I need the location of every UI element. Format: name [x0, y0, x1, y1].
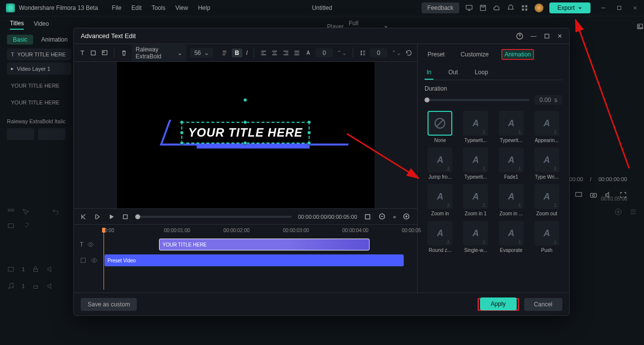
duration-value[interactable]: 0.00 s [535, 95, 562, 105]
font-select[interactable]: Raleway ExtraBold⌄ [132, 45, 186, 61]
cancel-button[interactable]: Cancel [524, 298, 562, 311]
shape-tool-icon[interactable] [90, 49, 97, 57]
maximize-icon[interactable] [616, 5, 622, 11]
mute-icon[interactable] [47, 282, 54, 290]
monitor-icon[interactable] [465, 4, 473, 12]
resize-handle[interactable] [307, 131, 311, 135]
tab-out[interactable]: Out [446, 66, 460, 80]
preset-jump-fro-[interactable]: AJump fro... [425, 148, 456, 180]
help-icon[interactable] [516, 32, 524, 40]
line-height-input[interactable]: 0 [370, 49, 387, 57]
tab-in[interactable]: In [425, 66, 433, 80]
grid-icon[interactable] [7, 208, 15, 216]
save-icon[interactable] [479, 4, 487, 12]
playhead[interactable] [104, 228, 104, 290]
text-tool-icon[interactable] [79, 49, 86, 57]
resize-handle[interactable] [243, 141, 247, 145]
display-icon[interactable] [575, 191, 583, 199]
zoom-out-icon[interactable] [378, 212, 387, 221]
preset-typewrit-[interactable]: ATypewrit... [460, 111, 491, 143]
menu-tools[interactable]: Tools [152, 4, 165, 11]
subtab-animation[interactable]: Animation [41, 35, 67, 45]
eye-icon[interactable] [91, 257, 98, 264]
tab-animation[interactable]: Animation [501, 49, 534, 60]
menu-view[interactable]: View [175, 4, 188, 11]
bold-button[interactable]: B [232, 49, 242, 57]
layer-video[interactable]: ▸Video Layer 1 [7, 62, 71, 75]
preset-zoom-in-1[interactable]: AZoom in 1 [460, 184, 491, 216]
eye-icon[interactable] [87, 241, 94, 248]
preset-zoom-in[interactable]: AZoom in [425, 184, 456, 216]
resize-handle[interactable] [180, 120, 184, 124]
play-icon[interactable] [107, 213, 115, 221]
save-custom-button[interactable]: Save as custom [81, 298, 137, 311]
lock-icon[interactable] [32, 265, 40, 273]
menu-edit[interactable]: Edit [131, 4, 142, 11]
resize-handle[interactable] [180, 141, 184, 145]
scrubber[interactable] [135, 216, 292, 218]
resize-handle[interactable] [307, 141, 311, 145]
subtab-basic[interactable]: Basic [7, 35, 33, 45]
resize-handle[interactable] [243, 120, 247, 124]
image-tool-icon[interactable] [101, 49, 108, 57]
size-select[interactable]: 56⌄ [190, 48, 213, 58]
prev-icon[interactable] [80, 213, 88, 221]
preset-evaporate[interactable]: AEvaporate [496, 221, 527, 253]
mute-icon[interactable] [47, 265, 54, 273]
title-element[interactable]: YOUR TITLE HERE [181, 122, 310, 148]
minimize-icon[interactable] [600, 5, 606, 11]
export-button[interactable]: Export [549, 2, 590, 13]
tab-titles[interactable]: Titles [10, 18, 24, 30]
rotate-handle[interactable] [243, 98, 247, 102]
cloud-icon[interactable] [493, 4, 501, 12]
duration-slider[interactable] [425, 99, 530, 101]
stepper-icon[interactable]: ⌃⌄ [337, 49, 347, 56]
left-tool-2[interactable] [38, 128, 65, 140]
zoom-in-icon[interactable] [402, 212, 411, 221]
tab-loop[interactable]: Loop [473, 66, 490, 80]
stop-icon[interactable] [121, 213, 129, 221]
preset-round-z-[interactable]: ARound z... [425, 221, 456, 253]
menu-file[interactable]: File [112, 4, 121, 11]
tab-preset[interactable]: Preset [425, 49, 448, 60]
title-clip[interactable]: YOUR TITLE HERE [159, 239, 370, 250]
preset-zoom-out[interactable]: AZoom out [531, 184, 562, 216]
tab-video[interactable]: Video [34, 18, 49, 29]
add-icon[interactable] [614, 208, 622, 216]
apply-button[interactable]: Apply [480, 297, 517, 310]
italic-button[interactable]: I [246, 49, 248, 56]
stepper-icon[interactable]: ⌃⌄ [391, 49, 401, 56]
lock-icon[interactable] [32, 282, 40, 290]
preset-none[interactable]: None [425, 111, 456, 143]
align-right-icon[interactable] [282, 49, 289, 57]
preset-zoom-in-[interactable]: AZoom in ... [496, 184, 527, 216]
apps-icon[interactable] [521, 4, 529, 12]
camera-icon[interactable] [590, 191, 597, 199]
modal-maximize-icon[interactable] [543, 33, 550, 40]
bell-icon[interactable] [507, 4, 515, 12]
preset-push[interactable]: APush [531, 221, 562, 253]
title-text[interactable]: YOUR TITLE HERE [188, 126, 303, 139]
preset-fade1[interactable]: AFade1 [496, 148, 527, 180]
menu-help[interactable]: Help [198, 4, 211, 11]
reset-icon[interactable] [405, 49, 412, 57]
align-left-icon[interactable] [260, 49, 267, 57]
feedback-button[interactable]: Feedback [422, 2, 460, 13]
modal-minimize-icon[interactable]: — [531, 33, 537, 40]
avatar-icon[interactable] [535, 3, 543, 12]
video-clip[interactable]: Preset Video [105, 254, 404, 266]
timeline-ruler[interactable]: 0:00 00:00:01:00 00:00:02:00 00:00:03:00… [105, 228, 411, 238]
text-color-icon[interactable] [305, 49, 312, 57]
preset-typewrit-[interactable]: ATypewrit... [460, 148, 491, 180]
close-icon[interactable] [632, 5, 638, 11]
preset-single-w-[interactable]: ASingle-w... [460, 221, 491, 253]
paragraph-icon[interactable] [221, 49, 228, 57]
link-icon[interactable] [22, 222, 30, 230]
resize-handle[interactable] [307, 120, 311, 124]
preset-type-wri-[interactable]: AType Wri... [531, 148, 562, 180]
preset-appearin-[interactable]: AAppearin... [531, 111, 562, 143]
resize-handle[interactable] [180, 131, 184, 135]
modal-close-icon[interactable]: ✕ [557, 33, 562, 40]
list-icon[interactable] [629, 208, 637, 216]
align-justify-icon[interactable] [293, 49, 300, 57]
